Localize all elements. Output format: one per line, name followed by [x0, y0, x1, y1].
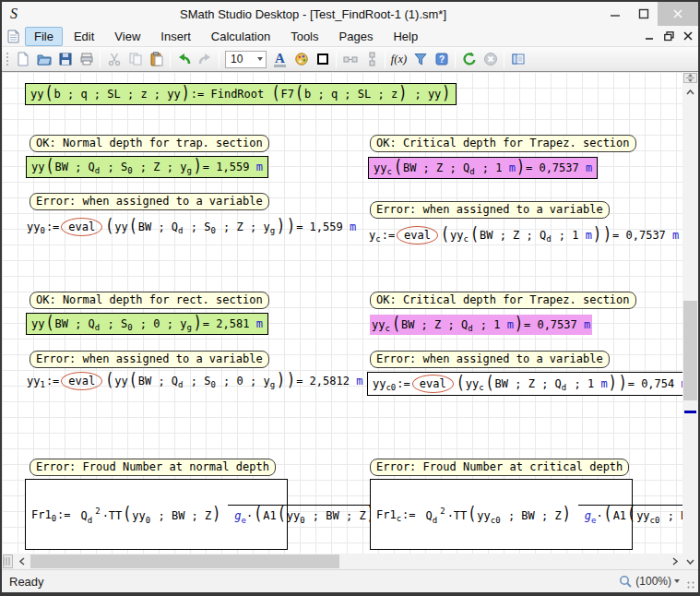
horizontal-scrollbar[interactable] — [2, 554, 682, 569]
menu-calculation[interactable]: Calculation — [202, 27, 279, 46]
funnel-icon — [413, 52, 428, 66]
scroll-right-button[interactable] — [668, 554, 682, 569]
options-icon — [511, 52, 526, 66]
formula-froude-normal[interactable]: Fr10:=Qd2·TT(yy0 ; BW ; Z)ge·(A1(yy0 ; B… — [25, 479, 288, 550]
horizontal-scroll-thumb[interactable] — [30, 554, 339, 568]
vertical-splitter-handle[interactable] — [683, 73, 697, 83]
cut-button[interactable] — [103, 49, 125, 70]
note-label[interactable]: OK: Normal depth for rect. section — [30, 292, 269, 309]
question-icon: ? — [434, 52, 449, 66]
toolbar: 10 A f(x) ? — [2, 46, 698, 72]
resize-grip[interactable] — [686, 580, 695, 590]
open-folder-icon — [37, 52, 52, 66]
menu-view[interactable]: View — [105, 27, 149, 46]
toolbar-grip[interactable] — [5, 51, 9, 67]
palette-icon — [294, 52, 309, 66]
help-button[interactable]: ? — [431, 49, 452, 70]
minimize-button[interactable] — [600, 2, 629, 26]
chevron-down-icon — [257, 57, 263, 61]
print-button[interactable] — [76, 49, 97, 70]
horizontal-splitter-handle[interactable] — [3, 554, 13, 568]
note-label[interactable]: OK: Critical depth for Trapez. section — [370, 135, 636, 152]
mdi-minimize-button[interactable] — [646, 31, 655, 41]
note-label[interactable]: Error: when assigned to a variable — [370, 351, 610, 368]
formula-normal-depth-rect[interactable]: yy(BW ; Qd ; S0 ; 0 ; yg)= 2,581 m — [26, 313, 268, 335]
maximize-button[interactable] — [629, 2, 658, 26]
formula-froude-critical[interactable]: Fr1c:=Qd2·TT(yyc0 ; BW ; Z)ge·(A1(yyc0 ;… — [370, 479, 633, 550]
status-text: Ready — [2, 575, 44, 589]
font-color-button[interactable]: A — [269, 49, 291, 70]
close-button[interactable] — [658, 2, 698, 26]
formula-normal-depth-trap[interactable]: yy(BW ; Qd ; S0 ; Z ; yg)= 1,559 m — [26, 156, 268, 178]
note-label[interactable]: Error: Froud Number at critical depth — [370, 459, 629, 476]
filter-button[interactable] — [409, 49, 431, 70]
font-size-combo[interactable]: 10 — [225, 51, 267, 68]
redo-icon — [197, 52, 213, 66]
note-label[interactable]: Error: when assigned to a variable — [370, 201, 610, 219]
palette-button[interactable] — [291, 49, 312, 70]
formula-eval-yy1[interactable]: yy1:=eval(yy(BW ; Qd ; S0 ; 0 ; yg))= 2,… — [25, 370, 364, 392]
menu-help[interactable]: Help — [384, 27, 427, 46]
mdi-close-button[interactable] — [683, 31, 693, 41]
vertical-scrollbar[interactable] — [682, 72, 698, 569]
zoom-control[interactable]: (100%) — [619, 575, 680, 589]
menu-tools[interactable]: Tools — [281, 27, 327, 46]
formula-critical-depth-trapez[interactable]: yyc(BW ; Z ; Qd ; 1 m)= 0,7537 m — [368, 157, 598, 179]
scrollbar-page-marker — [684, 411, 696, 413]
minimize-icon — [610, 8, 621, 19]
toolbar-separator — [455, 51, 456, 68]
open-button[interactable] — [33, 49, 54, 70]
mdi-restore-button[interactable] — [664, 31, 674, 42]
close-icon — [672, 8, 683, 19]
horizontal-spacing-icon — [343, 52, 358, 66]
note-label[interactable]: Error: when assigned to a variable — [30, 351, 269, 368]
note-label[interactable]: Error: when assigned to a variable — [30, 193, 269, 210]
new-document-icon — [16, 52, 30, 66]
function-button[interactable]: f(x) — [388, 49, 409, 70]
formula-eval-yy0[interactable]: yy0:=eval(yy(BW ; Qd ; S0 ; Z ; yg))= 1,… — [25, 216, 358, 238]
font-size-dropdown[interactable] — [254, 52, 266, 67]
new-document-button[interactable] — [12, 49, 33, 70]
title-bar: S SMath Studio Desktop - [Test_FindRoot-… — [2, 2, 698, 26]
worksheet-canvas[interactable]: yy(b ; q ; SL ; z ; yy):= FindRoot (F7(b… — [2, 72, 682, 554]
app-window: S SMath Studio Desktop - [Test_FindRoot-… — [0, 0, 700, 596]
note-label[interactable]: OK: Normal depth for trap. section — [30, 135, 269, 152]
vertical-scroll-thumb[interactable] — [683, 301, 697, 400]
document-menu-icon[interactable] — [2, 30, 24, 43]
toolbar-separator — [170, 51, 171, 68]
refresh-icon — [462, 52, 477, 66]
stop-icon — [483, 52, 498, 66]
stop-button[interactable] — [480, 49, 501, 70]
formula-eval-yc[interactable]: yc:=eval(yyc(BW ; Z ; Qd ; 1 m))= 0,7537… — [367, 224, 681, 246]
paste-button[interactable] — [146, 49, 167, 70]
recalculate-button[interactable] — [458, 49, 480, 70]
scroll-up-button[interactable] — [682, 85, 698, 99]
undo-button[interactable] — [173, 49, 195, 70]
horizontal-spacing-button[interactable] — [339, 49, 361, 70]
options-button[interactable] — [507, 49, 528, 70]
formula-eval-yyc0[interactable]: yyc0:=eval(yyc(BW ; Z ; Qd ; 1 m))= 0,75… — [367, 372, 682, 396]
zoom-value: (100%) — [635, 575, 671, 588]
menu-file[interactable]: File — [25, 27, 63, 46]
app-logo-icon: S — [2, 6, 26, 22]
formula-critical-depth-trapez-2[interactable]: yyc(BW ; Z ; Qd ; 1 m)= 0,7537 m — [370, 315, 592, 335]
vertical-spacing-button[interactable] — [361, 49, 382, 70]
note-label[interactable]: OK: Critical depth for Trapez. section — [370, 292, 636, 309]
menu-edit[interactable]: Edit — [65, 27, 103, 46]
scroll-down-button[interactable] — [682, 554, 698, 568]
menu-bar: File Edit View Insert Calculation Tools … — [2, 26, 698, 46]
menu-insert[interactable]: Insert — [151, 27, 200, 46]
copy-button[interactable] — [125, 49, 146, 70]
split-icon — [4, 557, 12, 566]
chevron-up-icon — [686, 89, 694, 95]
worksheet-area: yy(b ; q ; SL ; z ; yy):= FindRoot (F7(b… — [2, 72, 698, 569]
redo-button[interactable] — [195, 49, 216, 70]
menu-pages[interactable]: Pages — [330, 27, 383, 46]
formula-findroot-definition[interactable]: yy(b ; q ; SL ; z ; yy):= FindRoot (F7(b… — [25, 83, 457, 105]
chevron-down-icon — [674, 579, 680, 583]
chevron-left-icon — [19, 557, 25, 566]
scroll-left-button[interactable] — [15, 554, 29, 569]
note-label[interactable]: Error: Froud Number at normal depth — [30, 459, 276, 476]
border-button[interactable] — [312, 49, 333, 70]
save-button[interactable] — [54, 49, 76, 70]
